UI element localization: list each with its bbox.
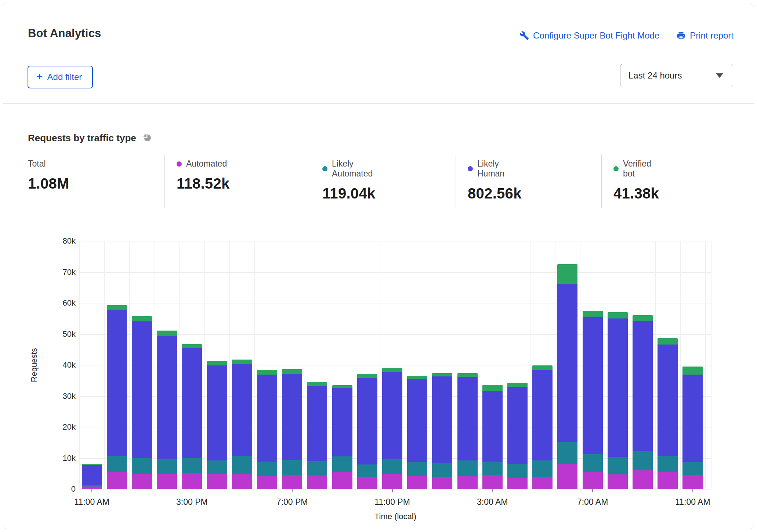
x-gridline [380, 241, 380, 489]
bar-segment-verified-bot [207, 361, 227, 365]
section-title-row: Requests by traffic type [28, 132, 152, 144]
bar-segment-likely-human [532, 370, 553, 461]
x-axis-tick-label: 3:00 PM [176, 497, 208, 507]
bar-segment-likely-automated [132, 458, 152, 474]
bar-group-2-00-pm[interactable] [157, 331, 177, 489]
bar-group-2-00-am[interactable] [457, 373, 478, 489]
y-axis-tick-label: 60k [50, 298, 76, 308]
stat-total[interactable]: Total1.08M [28, 159, 69, 192]
bar-group-4-00-pm[interactable] [207, 361, 227, 489]
bar-segment-likely-automated [182, 458, 202, 473]
bar-group-7-00-am[interactable] [583, 311, 603, 489]
bar-group-10-00-pm[interactable] [357, 374, 377, 489]
x-axis-tick-mark [592, 489, 593, 492]
bar-group-12-00-am[interactable] [407, 376, 427, 489]
bar-segment-verified-bot [282, 369, 302, 374]
bar-group-11-00-am[interactable] [82, 464, 102, 489]
x-gridline [680, 241, 681, 489]
wrench-icon [519, 31, 529, 40]
x-gridline [129, 241, 130, 489]
bar-segment-likely-automated [482, 462, 503, 475]
x-gridline [405, 241, 405, 489]
bar-group-4-00-am[interactable] [507, 383, 528, 489]
bar-group-11-00-pm[interactable] [382, 368, 402, 489]
bar-segment-verified-bot [658, 338, 678, 345]
y-axis-tick-label: 80k [50, 236, 76, 246]
requests-stacked-bar-chart [79, 241, 711, 489]
bar-group-12-00-pm[interactable] [107, 305, 127, 489]
bar-segment-automated [583, 472, 603, 489]
x-gridline [580, 241, 580, 489]
bar-group-1-00-pm[interactable] [132, 316, 152, 489]
bar-segment-verified-bot [382, 368, 402, 372]
bar-group-10-00-am[interactable] [658, 338, 678, 489]
bar-segment-automated [207, 474, 227, 489]
bar-segment-automated [282, 475, 302, 489]
bar-group-9-00-am[interactable] [633, 315, 653, 489]
stat-label: Likely Automated [332, 159, 375, 179]
header-links: Configure Super Bot Fight Mode Print rep… [519, 30, 734, 41]
stat-label: Verified bot [623, 159, 659, 179]
bar-segment-automated [182, 473, 202, 489]
bar-group-7-00-pm[interactable] [282, 369, 302, 489]
bar-segment-verified-bot [332, 385, 352, 388]
bar-segment-likely-human [107, 310, 127, 456]
configure-super-bot-fight-mode-link[interactable]: Configure Super Bot Fight Mode [519, 30, 659, 41]
x-gridline [180, 241, 180, 489]
stat-divider [310, 154, 310, 208]
bar-group-6-00-am[interactable] [557, 264, 577, 489]
legend-dot [322, 166, 327, 171]
bar-group-11-00-am[interactable] [682, 367, 703, 489]
pie-chart-icon [142, 132, 152, 144]
bar-group-3-00-am[interactable] [482, 385, 503, 489]
stat-automated[interactable]: Automated118.52k [177, 159, 229, 192]
bar-segment-verified-bot [357, 374, 377, 378]
bar-segment-likely-human [257, 375, 277, 462]
bar-group-3-00-pm[interactable] [182, 344, 202, 489]
y-gridline [79, 241, 711, 241]
bar-group-8-00-am[interactable] [608, 312, 628, 489]
stat-likely-human[interactable]: Likely Human802.56k [468, 159, 522, 202]
bar-segment-verified-bot [132, 316, 152, 321]
stat-verified-bot[interactable]: Verified bot41.38k [613, 159, 659, 202]
bar-group-1-00-am[interactable] [432, 373, 452, 489]
y-axis-title: Requests [29, 348, 39, 382]
bar-group-8-00-pm[interactable] [307, 382, 327, 489]
bar-segment-likely-human [357, 378, 377, 465]
add-filter-button[interactable]: + Add filter [28, 66, 93, 88]
x-axis-title: Time (local) [374, 512, 416, 521]
bar-group-6-00-pm[interactable] [257, 370, 277, 489]
x-gridline [605, 241, 605, 489]
x-gridline [430, 241, 430, 489]
bar-segment-verified-bot [583, 311, 603, 317]
bar-segment-automated [432, 477, 452, 489]
time-range-select[interactable]: Last 24 hours [620, 64, 733, 87]
bar-segment-likely-human [608, 318, 628, 457]
bar-segment-likely-automated [532, 460, 553, 477]
x-axis-tick-label: 7:00 AM [577, 497, 608, 507]
bar-group-5-00-pm[interactable] [232, 360, 252, 489]
bar-group-5-00-am[interactable] [532, 365, 553, 489]
bar-segment-automated [157, 474, 177, 489]
x-gridline [280, 241, 280, 489]
stat-label: Total [28, 159, 46, 169]
bar-group-9-00-pm[interactable] [332, 385, 352, 489]
stat-likely-automated[interactable]: Likely Automated119.04k [322, 159, 375, 202]
time-range-value: Last 24 hours [629, 70, 682, 81]
x-gridline [305, 241, 305, 489]
x-axis-tick-mark [692, 489, 693, 492]
x-gridline [104, 241, 105, 489]
y-axis-tick-label: 50k [50, 329, 76, 339]
bar-segment-verified-bot [457, 373, 478, 377]
add-filter-label: Add filter [47, 72, 82, 82]
x-gridline [204, 241, 205, 489]
x-axis-tick-mark [192, 489, 192, 492]
bar-segment-likely-automated [658, 456, 678, 472]
bar-segment-likely-human [332, 388, 352, 456]
print-report-link[interactable]: Print report [676, 30, 734, 41]
stat-value: 119.04k [322, 185, 375, 202]
bar-segment-likely-automated [608, 457, 628, 474]
bar-segment-automated [532, 477, 553, 489]
bar-segment-likely-human [382, 372, 402, 459]
x-gridline [705, 241, 706, 489]
